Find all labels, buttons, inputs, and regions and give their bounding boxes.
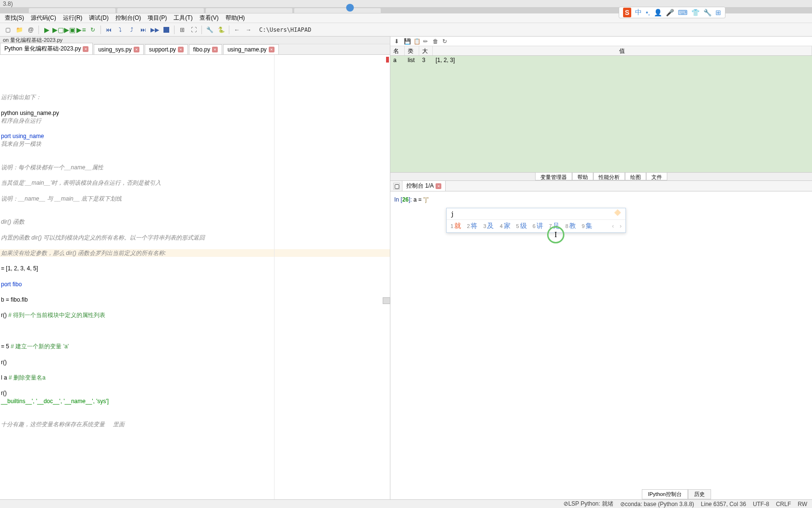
menu-view[interactable]: 查看(V) (197, 13, 222, 23)
close-icon[interactable]: × (83, 46, 88, 52)
tab-plots[interactable]: 绘图 (625, 173, 646, 180)
debug-over-icon[interactable]: ⤴ (127, 25, 137, 35)
ime-candidate-popup[interactable]: j 1就2将3及4家5级6讲7见8教9集‹ › 🔶 (446, 208, 626, 233)
ime-candidate[interactable]: 2将 (467, 222, 477, 230)
col-type[interactable]: 类型 (405, 46, 419, 55)
debug-into-icon[interactable]: ⤵ (115, 25, 125, 35)
debug-step-icon[interactable]: ⏮ (104, 25, 113, 35)
console-tabs: ▢ 控制台 1/A × (390, 181, 812, 191)
ime-mic-icon[interactable]: 🎤 (666, 9, 674, 16)
ime-candidate[interactable]: 9集 (582, 222, 592, 230)
ime-candidate[interactable]: 8教 (565, 222, 576, 230)
new-console-icon[interactable]: ▢ (393, 183, 400, 190)
menu-find[interactable]: 查找(S) (2, 13, 27, 23)
pane-splitter[interactable] (383, 297, 390, 304)
python-path-icon[interactable]: 🐍 (216, 25, 226, 35)
ime-tool-icon[interactable]: 🔧 (703, 9, 712, 16)
tab-history[interactable]: 历史 (688, 489, 711, 499)
col-value[interactable]: 值 (433, 46, 812, 55)
code-editor[interactable]: 运行输出如下： python using_name.py程序自身在运行 port… (0, 55, 390, 499)
menu-debug[interactable]: 调试(D) (86, 13, 112, 23)
ime-toolbar[interactable]: S 中 •, 👤 🎤 ⌨ 👕 🔧 ⊞ (619, 7, 725, 18)
menu-run[interactable]: 运行(R) (60, 13, 86, 23)
status-lsp[interactable]: ⊘LSP Python: 就绪 (563, 500, 613, 508)
menu-source[interactable]: 源代码(C) (28, 13, 59, 23)
ime-candidate[interactable]: 6讲 (533, 222, 543, 230)
run-cell-icon[interactable]: ▶▢ (53, 25, 63, 35)
save-as-icon[interactable]: 📋 (413, 38, 420, 45)
refresh-icon[interactable]: ↻ (442, 38, 449, 45)
tab-profiler[interactable]: 性能分析 (593, 173, 625, 180)
editor-tab[interactable]: using_sys.py× (94, 44, 143, 54)
stop-icon[interactable] (162, 25, 171, 35)
editor-tab[interactable]: using_name.py× (223, 44, 278, 54)
code-line: 当其值是'__main__'时，表明该模块自身在运行，否则是被引入 (0, 179, 390, 187)
code-line: = [1, 2, 3, 4, 5] (0, 265, 390, 272)
tab-help[interactable]: 帮助 (572, 173, 593, 180)
code-line (0, 319, 390, 327)
code-line: b = fibo.fib (0, 296, 390, 304)
run-selection-icon[interactable]: ▶≡ (76, 25, 86, 35)
debug-out-icon[interactable]: ⏭ (138, 25, 148, 35)
ime-skin-icon[interactable]: 👕 (691, 9, 700, 16)
tab-ipython[interactable]: IPython控制台 (642, 489, 688, 499)
close-icon[interactable]: × (134, 47, 139, 52)
folder-icon[interactable]: 📁 (14, 25, 24, 35)
close-icon[interactable]: × (178, 47, 184, 52)
working-dir: C:\Users\HIAPAD (259, 26, 311, 33)
new-file-icon[interactable]: ▢ (3, 25, 12, 35)
status-encoding[interactable]: UTF-8 (753, 501, 769, 508)
variable-row[interactable]: a list 3 [1, 2, 3] (390, 56, 812, 64)
col-name[interactable]: 名称 (390, 46, 405, 55)
ime-candidate[interactable]: 3及 (483, 222, 494, 230)
tab-variables[interactable]: 变量管理器 (535, 173, 572, 180)
menu-console[interactable]: 控制台(O) (112, 13, 144, 23)
ime-next-icon[interactable]: › (620, 223, 622, 229)
code-line (0, 304, 390, 311)
editor-tab[interactable]: support.py× (145, 44, 188, 54)
run-cell-advance-icon[interactable]: ▶▣ (65, 25, 75, 35)
code-line (0, 210, 390, 218)
menu-tools[interactable]: 工具(T) (171, 13, 195, 23)
ime-lang[interactable]: 中 (635, 8, 642, 17)
ime-candidate[interactable]: 4家 (500, 222, 510, 230)
tab-files[interactable]: 文件 (646, 173, 667, 180)
remove-all-icon[interactable]: 🗑 (433, 38, 439, 45)
ipython-console[interactable]: In [26]: a = "j" (390, 191, 812, 499)
status-conda[interactable]: ⊘conda: base (Python 3.8.8) (620, 501, 694, 508)
ime-candidate[interactable]: 7见 (549, 222, 560, 230)
ime-punct-icon[interactable]: •, (646, 9, 650, 16)
ime-grid-icon[interactable]: ⊞ (715, 9, 721, 16)
save-layout-icon[interactable]: ⊞ (177, 25, 187, 35)
import-icon[interactable]: ⬇ (394, 38, 401, 45)
code-line (0, 148, 390, 156)
debug-continue-icon[interactable]: ▶▶ (150, 25, 160, 35)
at-icon[interactable]: @ (26, 25, 36, 35)
rerun-icon[interactable]: ↻ (88, 25, 98, 35)
ime-user-icon[interactable]: 👤 (654, 9, 662, 16)
nav-back-icon[interactable]: ← (232, 25, 242, 35)
ime-candidate[interactable]: 1就 (450, 222, 461, 230)
preferences-icon[interactable]: 🔧 (205, 25, 214, 35)
code-line (0, 413, 390, 420)
remove-icon[interactable]: ✏ (423, 38, 430, 45)
close-icon[interactable]: × (436, 183, 441, 189)
col-size[interactable]: 大小 (419, 46, 433, 55)
variable-table[interactable]: a list 3 [1, 2, 3] (390, 56, 812, 172)
close-icon[interactable]: × (212, 47, 218, 52)
ime-candidate[interactable]: 5级 (516, 222, 527, 230)
run-icon[interactable]: ▶ (42, 25, 51, 35)
ime-composition: j (447, 208, 625, 220)
console-tab[interactable]: 控制台 1/A × (402, 180, 446, 191)
maximize-icon[interactable]: ⛶ (189, 25, 199, 35)
editor-tab[interactable]: Python 量化编程基础-2023.py× (0, 43, 93, 54)
nav-forward-icon[interactable]: → (244, 25, 253, 35)
menu-project[interactable]: 项目(P) (145, 13, 170, 23)
menu-help[interactable]: 帮助(H) (223, 13, 248, 23)
editor-tab[interactable]: fibo.py× (189, 44, 222, 54)
close-icon[interactable]: × (269, 47, 275, 52)
ime-keyboard-icon[interactable]: ⌨ (678, 9, 687, 16)
ime-prev-icon[interactable]: ‹ (612, 223, 614, 229)
status-eol[interactable]: CRLF (776, 501, 791, 508)
save-data-icon[interactable]: 💾 (404, 38, 411, 45)
